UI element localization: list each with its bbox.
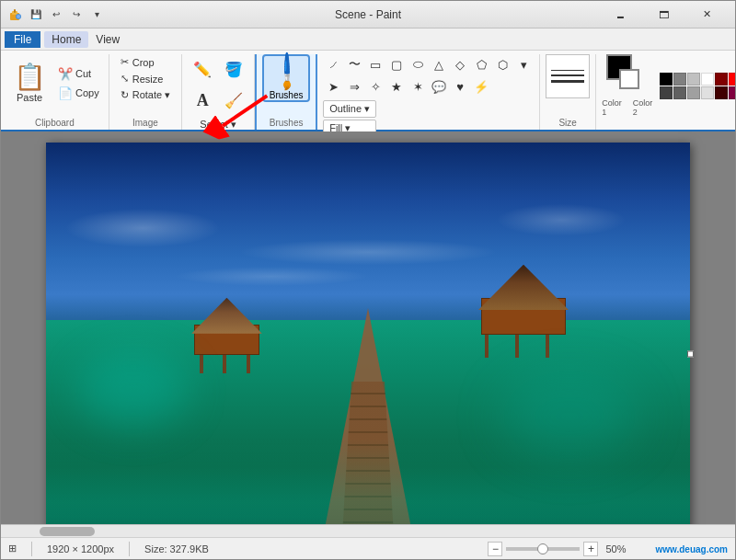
lightning-shape-btn[interactable]: ⚡ [471, 76, 491, 97]
copy-button[interactable]: 📄 Copy [54, 85, 103, 102]
canvas-container [46, 143, 690, 524]
callout-shape-btn[interactable]: 💬 [429, 76, 449, 97]
scrollbar-horizontal[interactable] [1, 524, 735, 537]
more-shapes-btn[interactable]: ▾ [513, 54, 534, 74]
image-label: Image [115, 116, 176, 130]
curve-shape-btn[interactable]: 〜 [344, 54, 364, 74]
brushes-label: Brushes [262, 116, 310, 130]
crop-button[interactable]: ✂ Crop [115, 54, 160, 70]
ellipse-shape-btn[interactable]: ⬭ [408, 54, 428, 74]
color-swatch[interactable] [701, 86, 714, 99]
brushes-button[interactable]: 🖌️ Brushes [262, 54, 310, 102]
star4-shape-btn[interactable]: ✧ [365, 76, 385, 97]
tools-content: ✏️ 🪣 A 🧹 [188, 54, 248, 136]
rect-shape-btn[interactable]: ▭ [365, 54, 385, 74]
clipboard-label: Clipboard [6, 116, 103, 130]
title-bar: 💾 ↩ ↪ ▾ Scene - Paint 🗕 🗖 ✕ [1, 1, 735, 29]
canvas-wrapper [1, 131, 735, 524]
outline-button[interactable]: Outline ▾ [323, 100, 376, 118]
zoom-in-btn[interactable]: + [583, 542, 598, 556]
color-selector-wrapper [606, 54, 649, 97]
star6-shape-btn[interactable]: ✶ [408, 76, 428, 97]
color-swatch[interactable] [660, 73, 673, 86]
paste-button[interactable]: 📋 Paste [6, 57, 52, 110]
zoom-slider[interactable] [506, 547, 580, 551]
color-swatch[interactable] [715, 73, 728, 86]
dimensions-section: 1920 × 1200px [47, 543, 114, 554]
color-pickers: Color1 Color2 [602, 54, 652, 117]
menu-file[interactable]: File [5, 31, 40, 48]
triangle-shape-btn[interactable]: △ [429, 54, 449, 74]
logo-area: www.deuag.com [655, 543, 728, 554]
color-swatch[interactable] [729, 73, 736, 86]
color-swatch[interactable] [687, 73, 700, 86]
canvas-image[interactable] [46, 143, 690, 524]
size-line-thin [551, 70, 584, 71]
shapes-content: ⟋ 〜 ▭ ▢ ⬭ △ ◇ ⬠ ⬡ ▾ ➤ ⇒ ✧ [323, 54, 534, 141]
color-swatch[interactable] [701, 73, 714, 86]
menu-bar: File Home View [1, 29, 735, 51]
status-sep-1 [31, 542, 32, 556]
roundrect-shape-btn[interactable]: ▢ [386, 54, 407, 74]
rotate-button[interactable]: ↻ Rotate ▾ [115, 87, 176, 103]
color-swatch[interactable] [673, 73, 686, 86]
resize-handle-mr[interactable] [687, 351, 694, 358]
color-swatch[interactable] [660, 86, 673, 99]
copy-icon: 📄 [58, 86, 73, 100]
color-swatch[interactable] [729, 86, 736, 99]
clipboard-group: 📋 Paste ✂️ Cut 📄 Copy Clipboard [1, 54, 109, 130]
color-labels: Color1 Color2 [602, 98, 652, 117]
redo-quick-btn[interactable]: ↪ [67, 6, 86, 24]
paste-icon: 📋 [14, 64, 46, 90]
resize-button[interactable]: ⤡ Resize [115, 71, 169, 86]
text-tool-btn[interactable]: A [188, 86, 217, 115]
zoom-level: 50% [605, 543, 626, 554]
colors-content: Color1 Color2 Editcolors [602, 54, 736, 120]
window-controls: 🗕 🗖 ✕ [599, 1, 728, 29]
select-tool-btn[interactable]: Select ▾ [188, 117, 248, 132]
undo-quick-btn[interactable]: ↩ [47, 6, 65, 24]
zoom-out-btn[interactable]: − [488, 542, 502, 556]
maximize-btn[interactable]: 🗖 [642, 1, 684, 29]
palette-row2 [660, 86, 736, 99]
colors-group: Color1 Color2 Editcolors [596, 54, 736, 130]
minimize-btn[interactable]: 🗕 [599, 1, 641, 29]
status-left: ⊞ [8, 543, 17, 554]
water-bright-left [78, 354, 189, 428]
star5-shape-btn[interactable]: ★ [386, 76, 407, 97]
status-sep-2 [129, 542, 130, 556]
diamond-shape-btn[interactable]: ◇ [450, 54, 470, 74]
arrow-shape-btn[interactable]: ➤ [323, 76, 343, 97]
pentagon-shape-btn[interactable]: ⬠ [471, 54, 491, 74]
heart-shape-btn[interactable]: ♥ [450, 76, 470, 97]
size-display[interactable] [546, 54, 590, 98]
fill-tool-btn[interactable]: 🪣 [219, 54, 248, 84]
arrow2-shape-btn[interactable]: ⇒ [344, 76, 364, 97]
copy-label: Copy [75, 87, 99, 98]
brush-icon: 🖌️ [264, 49, 308, 93]
rotate-label: Rotate ▾ [132, 89, 170, 101]
tools-group: ✏️ 🪣 A 🧹 [182, 54, 255, 130]
resize-label: Resize [132, 74, 164, 85]
qa-dropdown-btn[interactable]: ▾ [87, 6, 106, 24]
menu-home[interactable]: Home [44, 31, 88, 48]
eraser-tool-btn[interactable]: 🧹 [219, 86, 248, 115]
pencil-tool-btn[interactable]: ✏️ [188, 54, 217, 84]
svg-rect-2 [14, 9, 16, 13]
line-shape-btn[interactable]: ⟋ [323, 54, 343, 74]
cut-button[interactable]: ✂️ Cut [54, 65, 103, 83]
hut-right [473, 261, 574, 335]
select-label: Select ▾ [200, 119, 236, 131]
color-swatch[interactable] [687, 86, 700, 99]
menu-view[interactable]: View [88, 31, 127, 48]
content-area [1, 131, 735, 524]
logo-text: www.deuag.com [655, 544, 728, 554]
color-swatch[interactable] [715, 86, 728, 99]
color-palette [660, 73, 736, 99]
scrollbar-thumb-h[interactable] [40, 527, 95, 536]
hexagon-shape-btn[interactable]: ⬡ [492, 54, 512, 74]
close-btn[interactable]: ✕ [685, 1, 728, 29]
color-swatch[interactable] [673, 86, 686, 99]
color2-box[interactable] [619, 69, 639, 89]
save-quick-btn[interactable]: 💾 [27, 6, 45, 24]
